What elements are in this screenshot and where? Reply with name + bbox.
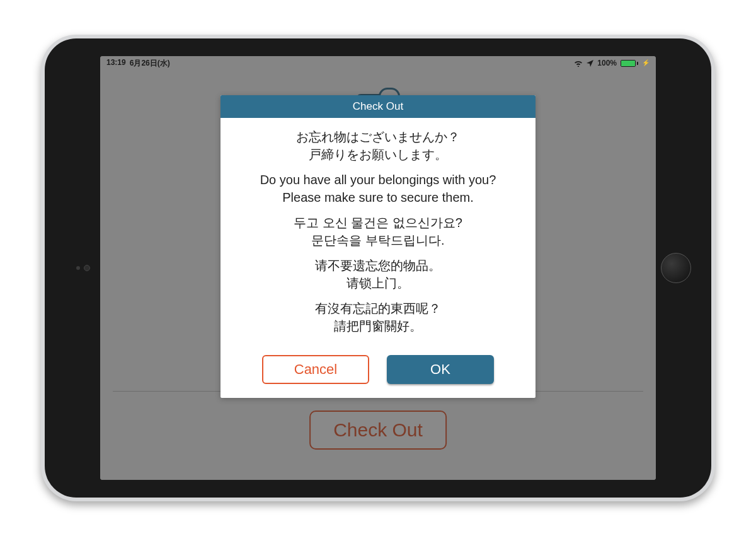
stage: Check Out 13:19 6月26日(水): [0, 0, 756, 536]
modal-message-ja: お忘れ物はございませんか？ 戸締りをお願いします。: [233, 128, 523, 163]
checkout-modal: Check Out お忘れ物はございませんか？ 戸締りをお願いします。 Do y…: [220, 95, 536, 398]
ipad-frame-body: Check Out 13:19 6月26日(水): [45, 38, 711, 498]
home-button[interactable]: [661, 253, 691, 283]
status-time: 13:19: [106, 58, 126, 69]
ipad-frame-outer: Check Out 13:19 6月26日(水): [41, 35, 715, 501]
status-date: 6月26日(水): [130, 58, 170, 69]
modal-message-zh-cn: 请不要遗忘您的物品。 请锁上门。: [233, 257, 523, 292]
cancel-button[interactable]: Cancel: [262, 355, 369, 384]
battery-icon: [621, 60, 638, 67]
battery-percent: 100%: [597, 59, 617, 67]
modal-title: Check Out: [220, 95, 536, 118]
modal-message-en: Do you have all your belongings with you…: [233, 171, 523, 206]
modal-message-zh-tw: 有沒有忘記的東西呢？ 請把門窗關好。: [233, 300, 523, 335]
modal-actions: Cancel OK: [220, 347, 536, 398]
charging-icon: ⚡: [642, 60, 650, 66]
modal-body: お忘れ物はございませんか？ 戸締りをお願いします。 Do you have al…: [220, 118, 536, 347]
modal-message-ko: 두고 오신 물건은 없으신가요? 문단속을 부탁드립니다.: [233, 214, 523, 249]
ok-button[interactable]: OK: [387, 355, 494, 384]
status-bar: 13:19 6月26日(水) 100%: [100, 56, 656, 70]
wifi-icon: [574, 60, 583, 67]
location-icon: [587, 60, 593, 67]
screen: Check Out 13:19 6月26日(水): [100, 56, 656, 480]
front-camera: [76, 265, 90, 271]
